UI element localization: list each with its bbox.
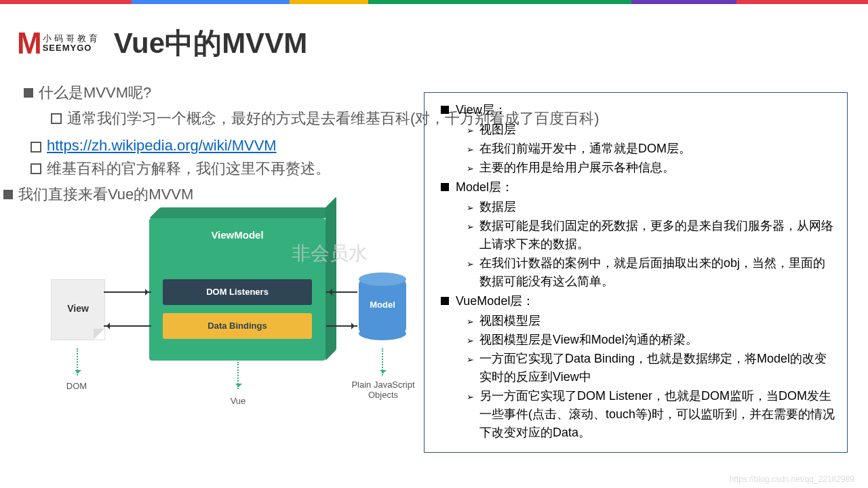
data-bindings-box: Data Bindings xyxy=(163,313,312,339)
vuemodel-heading: VueModel层： xyxy=(456,292,534,310)
dashed-arrow-icon xyxy=(382,348,383,375)
dashed-arrow-icon xyxy=(237,362,239,389)
bullet-lv1: 我们直接来看Vue的MVVM xyxy=(3,184,417,205)
view-box: View xyxy=(51,279,105,340)
viewmodel-title: ViewModel xyxy=(149,229,326,241)
logo-en: SEEMYGO xyxy=(43,43,100,53)
arrow-icon xyxy=(326,325,357,327)
logo-icon: M xyxy=(17,26,40,60)
logo-cn: 小码哥教育 xyxy=(43,34,100,43)
caption-dom: DOM xyxy=(36,381,117,391)
slide-title: Vue中的MVVM xyxy=(114,24,307,62)
caption-objects: Plain JavaScript Objects xyxy=(342,380,424,400)
bullet-lv2: 维基百科的官方解释，我们这里不再赘述。 xyxy=(31,159,417,179)
logo: M 小码哥教育 SEEMYGO xyxy=(17,26,100,60)
model-heading: Model层： xyxy=(456,178,513,197)
arrow-icon xyxy=(104,325,151,327)
wiki-link[interactable]: https://zh.wikipedia.org/wiki/MVVM xyxy=(47,137,277,155)
slide-header: M 小码哥教育 SEEMYGO Vue中的MVVM xyxy=(17,24,851,62)
arrow-icon xyxy=(326,291,357,293)
dashed-arrow-icon xyxy=(77,348,78,375)
view-heading: View层： xyxy=(456,101,507,119)
dom-listeners-box: DOM Listeners xyxy=(163,279,312,305)
arrow-icon xyxy=(104,291,151,293)
model-cylinder: Model xyxy=(359,279,406,333)
footer-watermark: https://blog.csdn.net/qq_22182989 xyxy=(730,474,854,484)
top-stripe xyxy=(0,0,868,4)
bullet-lv2-link: https://zh.wikipedia.org/wiki/MVVM xyxy=(31,137,417,155)
viewmodel-box: ViewModel DOM Listeners Data Bindings xyxy=(149,218,326,361)
caption-vue: Vue xyxy=(197,396,279,406)
mvvm-diagram: ViewModel DOM Listeners Data Bindings Vi… xyxy=(37,211,417,422)
explanation-panel: View层： ➢视图层 ➢在我们前端开发中，通常就是DOM层。 ➢主要的作用是给… xyxy=(424,92,848,453)
